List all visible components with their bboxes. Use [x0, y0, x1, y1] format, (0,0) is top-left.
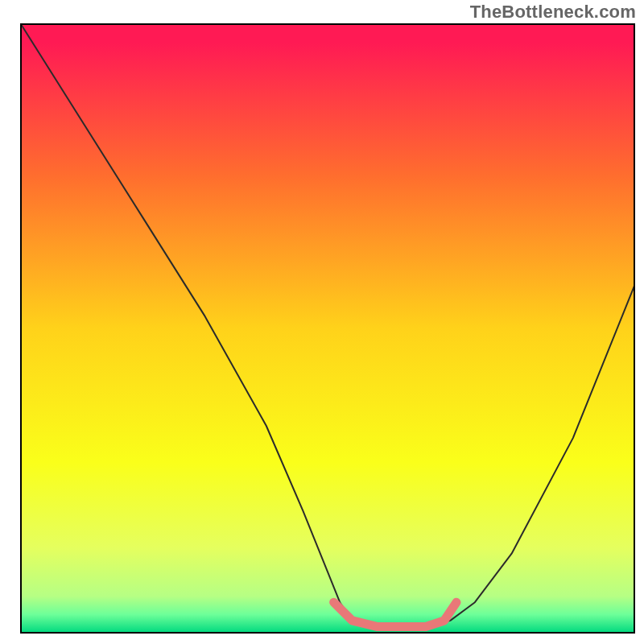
chart-container: TheBottleneck.com — [0, 0, 644, 644]
chart-background-gradient — [21, 24, 634, 633]
watermark-text: TheBottleneck.com — [470, 2, 636, 23]
plot-area — [21, 24, 634, 633]
bottleneck-chart-svg — [0, 0, 644, 644]
